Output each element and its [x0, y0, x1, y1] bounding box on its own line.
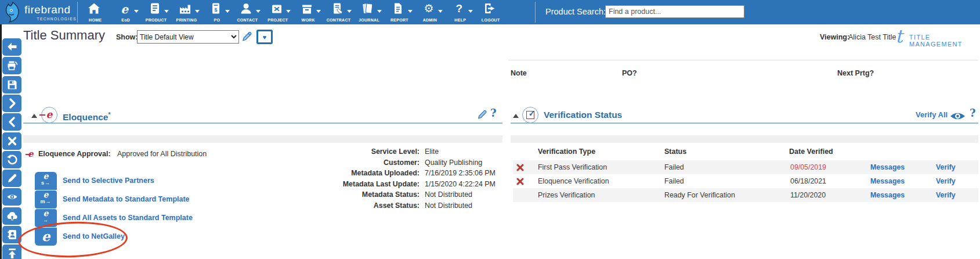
customer-label: Customer: [244, 157, 420, 168]
upper-header-po: PO? [622, 69, 637, 77]
failed-x-icon [516, 177, 524, 188]
nav-label: ADMIN [415, 18, 445, 22]
eloquence-collapse-arrow[interactable] [31, 114, 37, 118]
nav-item-product[interactable]: PRODUCT [141, 0, 171, 24]
detail-row: Service Level:Elite [244, 146, 499, 157]
nav-item-home[interactable]: HOME [80, 0, 110, 24]
viewing-title-name: Alicia Test Title [848, 33, 896, 41]
eloquence-underline [23, 123, 502, 124]
eye-icon [6, 191, 18, 203]
question-icon: ? [452, 2, 466, 15]
eloquence-title-asterisk: * [108, 111, 110, 118]
metadata-last-update-value: 1/15/2020 4:22:24 PM [425, 180, 496, 188]
metadata-uploaded-label: Metadata Uploaded: [244, 168, 420, 179]
title-management-logo-t: t [895, 26, 902, 46]
metadata-last-update-label: Metadata Last Update: [244, 179, 420, 190]
printer-icon [6, 60, 18, 71]
eloquence-approval-value: Approved for All Distribution [117, 150, 207, 158]
previous-button[interactable] [2, 113, 21, 131]
status-cell: Ready For Verification [664, 188, 735, 202]
nav-item-printing[interactable]: PRINTING [171, 0, 201, 24]
edit-button[interactable] [2, 170, 21, 187]
nav-label: HOME [80, 18, 110, 22]
verify-link[interactable]: Verify [936, 174, 956, 188]
print-button[interactable] [2, 57, 21, 74]
edit-view-pencil-icon[interactable] [241, 31, 252, 44]
product-search-input[interactable] [605, 5, 744, 18]
metadata-uploaded-value: 7/16/2019 2:35:06 PM [425, 169, 496, 177]
status-cell: Failed [664, 160, 684, 174]
nav-item-admin[interactable]: ⚙ ADMIN [415, 0, 445, 24]
upload-button[interactable] [2, 207, 21, 225]
nav-label: HELP [445, 18, 475, 22]
chevron-down-icon [286, 10, 291, 13]
chevron-down-icon [164, 10, 169, 13]
verification-row: First Pass Verification Failed 09/05/201… [513, 160, 978, 174]
firebrand-logo[interactable]: firebrand TECHNOLOGIES [3, 2, 77, 23]
verification-row: Prizes Verification Ready For Verificati… [513, 188, 978, 202]
pencil-icon [6, 172, 18, 184]
nav-item-help[interactable]: ? HELP [445, 0, 475, 24]
nav-label: EoD [110, 18, 140, 22]
messages-link[interactable]: Messages [870, 160, 905, 174]
factory-icon [179, 2, 193, 15]
view-button[interactable] [2, 188, 21, 206]
nav-label: REPORT [384, 18, 414, 22]
chevron-down-icon [225, 10, 230, 13]
verify-link[interactable]: Verify [936, 188, 956, 202]
view-select[interactable]: Title Default View [137, 30, 239, 44]
eloquence-edit-pencil-icon[interactable] [477, 109, 487, 122]
person-icon [239, 2, 253, 15]
nav-item-contact[interactable]: CONTACT [232, 0, 262, 24]
verification-underline [511, 123, 978, 124]
upper-header-note: Note [511, 69, 527, 77]
save-button[interactable] [2, 76, 21, 93]
scroll-top-button[interactable] [2, 244, 21, 259]
undo-button[interactable] [2, 151, 21, 168]
nav-item-logout[interactable]: LOGOUT [475, 0, 505, 24]
nav-item-eod[interactable]: e EoD [110, 0, 140, 24]
nav-item-po[interactable]: $ PO [202, 0, 232, 24]
chevron-down-icon [347, 10, 352, 13]
contacts-book-icon [6, 229, 18, 240]
action-label: Send Metadata to Standard Template [63, 190, 190, 208]
chevron-down-icon [438, 10, 443, 13]
upper-header-next-prtg: Next Prtg? [837, 69, 874, 77]
x-close-icon [6, 135, 18, 147]
next-button[interactable] [2, 95, 21, 112]
undo-arrow-icon [6, 154, 18, 166]
verification-section-title: Verification Status [544, 107, 622, 123]
eloquence-subheader-strip [23, 135, 502, 143]
book-icon [148, 2, 162, 15]
monitor-icon[interactable]: ♥ [256, 30, 273, 44]
messages-link[interactable]: Messages [870, 174, 905, 188]
nav-label: LOGOUT [475, 18, 505, 22]
eloquence-e-icon: e [118, 2, 132, 15]
messages-link[interactable]: Messages [870, 188, 905, 202]
close-button[interactable] [2, 132, 21, 150]
nav-item-project[interactable]: PROJECT [263, 0, 293, 24]
eloquence-help-icon[interactable]: ? [490, 107, 497, 119]
service-level-label: Service Level: [244, 146, 420, 157]
verify-all-link[interactable]: Verify All [916, 110, 948, 119]
nav-item-journal[interactable]: JOURNAL [354, 0, 384, 24]
back-button[interactable] [2, 38, 21, 56]
nav-item-contract[interactable]: CONTRACT [323, 0, 353, 24]
chevron-down-icon [377, 10, 382, 13]
logout-door-icon [483, 2, 497, 15]
top-nav-bar: firebrand TECHNOLOGIES HOME e EoD PRODUC… [0, 0, 980, 24]
document-pen-icon [331, 2, 345, 15]
verification-collapse-arrow[interactable] [513, 114, 519, 118]
nav-item-work[interactable]: WORK [293, 0, 323, 24]
chevron-down-icon [256, 10, 261, 13]
chevron-down-icon [134, 10, 139, 13]
verification-help-icon[interactable]: ? [970, 107, 976, 119]
svg-text:$: $ [214, 7, 217, 13]
viewing-label: Viewing: [820, 33, 849, 41]
chevron-down-icon [195, 10, 200, 13]
eye-icon[interactable] [950, 111, 965, 123]
detail-row: Metadata Status:Not Distributed [244, 189, 499, 200]
project-box-icon [270, 2, 284, 15]
verify-link[interactable]: Verify [936, 160, 956, 174]
nav-item-report[interactable]: REPORT [384, 0, 414, 24]
